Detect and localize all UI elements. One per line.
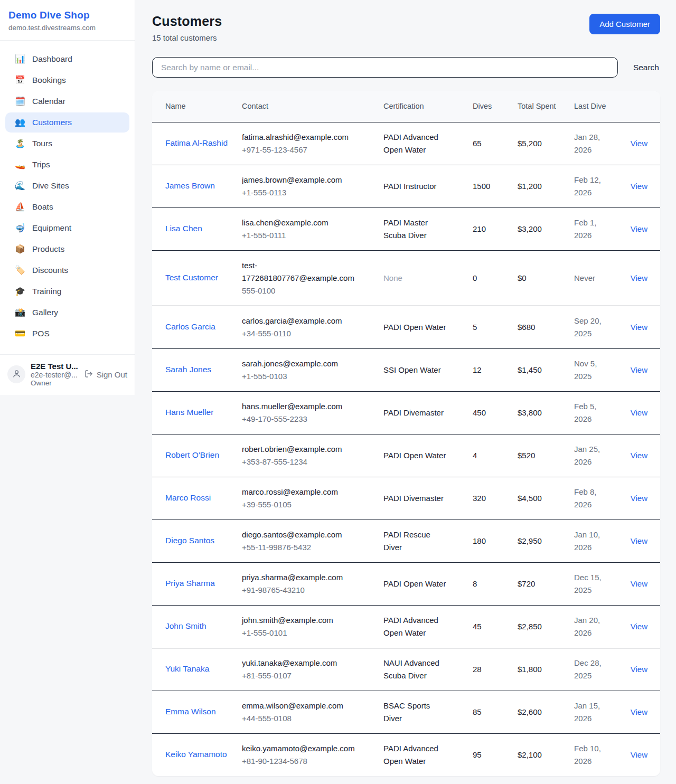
sign-out-button[interactable]: Sign Out bbox=[84, 370, 127, 380]
view-customer-link[interactable]: View bbox=[631, 408, 647, 417]
customer-name-link[interactable]: Sarah Jones bbox=[165, 365, 211, 374]
column-header: Contact bbox=[242, 91, 383, 122]
sidebar-item-pos[interactable]: 💳 POS bbox=[5, 324, 129, 344]
view-customer-link[interactable]: View bbox=[631, 536, 647, 545]
customer-dives: 95 bbox=[473, 750, 482, 759]
customer-total-spent: $2,100 bbox=[518, 750, 542, 759]
customer-name-link[interactable]: Hans Mueller bbox=[165, 408, 213, 417]
view-customer-link[interactable]: View bbox=[631, 451, 647, 460]
dive-sites-wave-icon: 🌊 bbox=[15, 182, 25, 190]
customer-email: sarah.jones@example.com bbox=[242, 357, 358, 370]
sidebar-item-gallery[interactable]: 📸 Gallery bbox=[5, 303, 129, 323]
page-title: Customers bbox=[152, 14, 222, 29]
search-button[interactable]: Search bbox=[632, 59, 660, 77]
view-customer-link[interactable]: View bbox=[631, 750, 647, 759]
sidebar-item-trips[interactable]: 🚤 Trips bbox=[5, 155, 129, 175]
view-customer-link[interactable]: View bbox=[631, 579, 647, 588]
customer-last-dive: Feb 12, 2026 bbox=[574, 175, 601, 197]
user-email: e2e-tester@... bbox=[31, 371, 79, 379]
column-header: Total Spent bbox=[518, 91, 574, 122]
customer-phone: +81-555-0107 bbox=[242, 669, 358, 682]
customer-certification: NAUI Advanced Scuba Diver bbox=[383, 658, 439, 680]
customer-certification: PADI Master Scuba Diver bbox=[383, 218, 428, 240]
customer-dives: 12 bbox=[473, 365, 482, 374]
customer-total-spent: $2,850 bbox=[518, 622, 542, 631]
user-block: E2E Test U... e2e-tester@... Owner bbox=[31, 362, 79, 387]
sidebar-item-label: Boats bbox=[32, 202, 53, 212]
customer-name-link[interactable]: Diego Santos bbox=[165, 536, 214, 545]
customer-phone: +971-55-123-4567 bbox=[242, 144, 358, 156]
customer-email: fatima.alrashid@example.com bbox=[242, 131, 358, 144]
sidebar-item-dashboard[interactable]: 📊 Dashboard bbox=[5, 49, 129, 69]
customer-email: carlos.garcia@example.com bbox=[242, 315, 358, 327]
view-customer-link[interactable]: View bbox=[631, 323, 647, 332]
column-header: Certification bbox=[383, 91, 473, 122]
view-customer-link[interactable]: View bbox=[631, 665, 647, 674]
sidebar-item-label: Products bbox=[32, 244, 64, 254]
sign-out-label: Sign Out bbox=[97, 370, 127, 379]
sidebar-item-discounts[interactable]: 🏷️ Discounts bbox=[5, 260, 129, 280]
view-customer-link[interactable]: View bbox=[631, 273, 647, 282]
customer-total-spent: $2,600 bbox=[518, 707, 542, 716]
customer-name-link[interactable]: Fatima Al-Rashid bbox=[165, 138, 228, 147]
table-row: Emma Wilson emma.wilson@example.com +44-… bbox=[152, 691, 660, 733]
customer-dives: 210 bbox=[473, 224, 486, 233]
sidebar-item-tours[interactable]: 🏝️ Tours bbox=[5, 134, 129, 154]
customer-name-link[interactable]: Yuki Tanaka bbox=[165, 664, 209, 673]
customer-name-link[interactable]: Keiko Yamamoto bbox=[165, 750, 227, 759]
customer-email: test-1772681807767@example.com bbox=[242, 259, 358, 285]
add-customer-button[interactable]: Add Customer bbox=[589, 14, 660, 34]
sidebar-item-dive-sites[interactable]: 🌊 Dive Sites bbox=[5, 176, 129, 196]
customer-name-link[interactable]: James Brown bbox=[165, 181, 215, 190]
sidebar: Demo Dive Shop demo.test.divestreams.com… bbox=[0, 0, 135, 395]
sidebar-item-bookings[interactable]: 📅 Bookings bbox=[5, 70, 129, 90]
sidebar-item-products[interactable]: 📦 Products bbox=[5, 239, 129, 259]
customer-name-link[interactable]: Lisa Chen bbox=[165, 224, 202, 233]
customer-email: john.smith@example.com bbox=[242, 614, 358, 627]
customer-dives: 5 bbox=[473, 323, 477, 332]
sidebar-item-boats[interactable]: ⛵ Boats bbox=[5, 197, 129, 217]
customer-phone: +81-90-1234-5678 bbox=[242, 755, 358, 768]
discounts-tag-icon: 🏷️ bbox=[15, 266, 25, 275]
customer-name-link[interactable]: Test Customer bbox=[165, 273, 218, 282]
customer-phone: +34-555-0110 bbox=[242, 327, 358, 340]
customer-name-link[interactable]: John Smith bbox=[165, 621, 206, 630]
customer-total-spent: $4,500 bbox=[518, 494, 542, 503]
view-customer-link[interactable]: View bbox=[631, 707, 647, 716]
training-grad-cap-icon: 🎓 bbox=[15, 287, 25, 296]
customer-certification: PADI Divemaster bbox=[383, 408, 444, 417]
customer-name-link[interactable]: Robert O'Brien bbox=[165, 450, 219, 459]
view-customer-link[interactable]: View bbox=[631, 224, 647, 233]
sidebar-item-calendar[interactable]: 🗓️ Calendar bbox=[5, 91, 129, 111]
search-input[interactable] bbox=[152, 57, 618, 78]
sidebar-item-equipment[interactable]: 🤿 Equipment bbox=[5, 218, 129, 238]
sidebar-item-training[interactable]: 🎓 Training bbox=[5, 281, 129, 301]
sidebar-nav: 📊 Dashboard 📅 Bookings 🗓️ Calendar 👥 Cus… bbox=[0, 41, 135, 354]
customers-people-icon: 👥 bbox=[15, 118, 25, 127]
customer-certification: PADI Advanced Open Water bbox=[383, 616, 438, 637]
customer-last-dive: Jan 20, 2026 bbox=[574, 616, 600, 637]
gallery-camera-icon: 📸 bbox=[15, 308, 25, 317]
customer-name-link[interactable]: Carlos Garcia bbox=[165, 322, 215, 331]
view-customer-link[interactable]: View bbox=[631, 139, 647, 148]
sidebar-item-customers[interactable]: 👥 Customers bbox=[5, 112, 129, 133]
customer-last-dive: Feb 10, 2026 bbox=[574, 744, 601, 766]
view-customer-link[interactable]: View bbox=[631, 182, 647, 191]
bookings-calendar-icon: 📅 bbox=[15, 76, 25, 84]
table-row: Lisa Chen lisa.chen@example.com +1-555-0… bbox=[152, 207, 660, 250]
customer-name-link[interactable]: Priya Sharma bbox=[165, 579, 215, 588]
customer-name-link[interactable]: Emma Wilson bbox=[165, 707, 216, 716]
customer-phone: +1-555-0101 bbox=[242, 627, 358, 639]
view-customer-link[interactable]: View bbox=[631, 365, 647, 374]
customer-phone: +91-98765-43210 bbox=[242, 584, 358, 597]
table-row: Test Customer test-1772681807767@example… bbox=[152, 250, 660, 306]
table-row: Priya Sharma priya.sharma@example.com +9… bbox=[152, 562, 660, 605]
customer-total-spent: $520 bbox=[518, 451, 535, 460]
customer-phone: +353-87-555-1234 bbox=[242, 456, 358, 468]
view-customer-link[interactable]: View bbox=[631, 622, 647, 631]
customer-name-link[interactable]: Marco Rossi bbox=[165, 493, 211, 502]
customer-certification: PADI Instructor bbox=[383, 182, 437, 191]
table-body: Fatima Al-Rashid fatima.alrashid@example… bbox=[152, 122, 660, 776]
main-content: Customers 15 total customers Add Custome… bbox=[135, 0, 676, 784]
view-customer-link[interactable]: View bbox=[631, 494, 647, 503]
